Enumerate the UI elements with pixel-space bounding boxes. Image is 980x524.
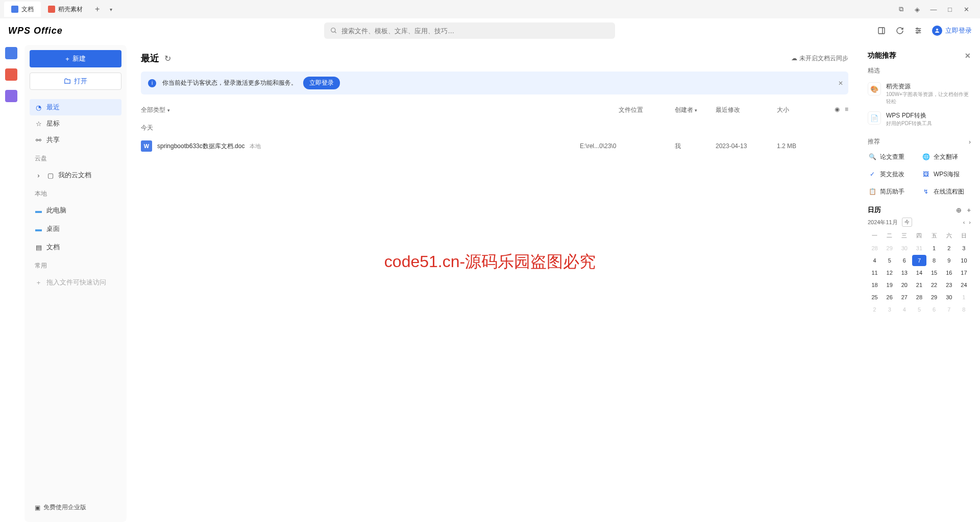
search-box[interactable] bbox=[324, 22, 615, 39]
sync-icon[interactable] bbox=[895, 26, 904, 35]
layout-icon[interactable] bbox=[877, 26, 886, 35]
calendar-day[interactable]: 4 bbox=[897, 304, 911, 315]
cube-icon[interactable]: ◈ bbox=[914, 6, 921, 13]
calendar-day[interactable]: 29 bbox=[883, 243, 896, 254]
calendar-day[interactable]: 6 bbox=[927, 304, 941, 315]
window-restore-icon[interactable]: ⧉ bbox=[897, 6, 904, 13]
calendar-day[interactable]: 21 bbox=[912, 279, 926, 291]
search-input[interactable] bbox=[341, 27, 609, 35]
tab-dropdown[interactable]: ▾ bbox=[105, 7, 117, 12]
tab-docs[interactable]: 文档 bbox=[4, 2, 41, 17]
leftbar-app-icon[interactable] bbox=[5, 90, 17, 102]
settings-icon[interactable] bbox=[914, 26, 923, 35]
calendar-day[interactable]: 7 bbox=[942, 304, 956, 315]
banner-close-icon[interactable]: ✕ bbox=[838, 80, 843, 87]
calendar-day[interactable]: 3 bbox=[957, 243, 971, 254]
tool-item[interactable]: 🔍论文查重 bbox=[868, 150, 917, 163]
calendar-day[interactable]: 17 bbox=[957, 267, 971, 278]
calendar-day[interactable]: 2 bbox=[942, 243, 956, 254]
calendar-day[interactable]: 5 bbox=[912, 304, 926, 315]
calendar-day[interactable]: 10 bbox=[957, 255, 971, 266]
tool-item[interactable]: 🌐全文翻译 bbox=[921, 150, 971, 163]
calendar-day[interactable]: 31 bbox=[912, 243, 926, 254]
tool-item[interactable]: ↯在线流程图 bbox=[921, 185, 971, 198]
calendar-day[interactable]: 24 bbox=[957, 279, 971, 291]
window-minimize-icon[interactable]: — bbox=[930, 6, 937, 13]
calendar-day[interactable]: 3 bbox=[883, 304, 896, 315]
leftbar bbox=[0, 43, 22, 524]
tab-new[interactable]: + bbox=[90, 5, 105, 14]
calendar-day[interactable]: 29 bbox=[927, 292, 941, 303]
sidebar-item-starred[interactable]: ☆ 星标 bbox=[30, 115, 121, 132]
cal-prev-icon[interactable]: ‹ bbox=[963, 219, 965, 225]
sidebar-item-thispc[interactable]: ▬ 此电脑 bbox=[30, 202, 121, 219]
sidebar-footer[interactable]: ▣ 免费使用企业版 bbox=[30, 498, 121, 517]
calendar-day[interactable]: 30 bbox=[942, 292, 956, 303]
calendar-day[interactable]: 23 bbox=[942, 279, 956, 291]
leftbar-dk-icon[interactable] bbox=[5, 68, 17, 81]
new-button[interactable]: + 新建 bbox=[30, 50, 121, 67]
calendar-day[interactable]: 18 bbox=[868, 279, 881, 291]
calendar-day[interactable]: 19 bbox=[883, 279, 896, 291]
file-row[interactable]: W springbootb633c数据库文档.doc 本地 E:\rel...0… bbox=[141, 136, 848, 156]
sidebar-item-desktop[interactable]: ▬ 桌面 bbox=[30, 221, 121, 237]
sidebar-item-docs[interactable]: ▤ 文档 bbox=[30, 239, 121, 255]
col-type[interactable]: 全部类型 ▾ bbox=[141, 106, 243, 114]
open-button[interactable]: 打开 bbox=[30, 73, 121, 90]
col-size[interactable]: 大小 bbox=[777, 106, 818, 114]
calendar-day[interactable]: 20 bbox=[897, 279, 911, 291]
filter-icon[interactable]: ≡ bbox=[845, 106, 848, 114]
tool-item[interactable]: 🖼WPS海报 bbox=[921, 168, 971, 181]
calendar-add-icon[interactable]: + bbox=[967, 206, 971, 214]
col-location[interactable]: 文件位置 bbox=[619, 106, 675, 114]
calendar-day[interactable]: 8 bbox=[927, 255, 941, 266]
tool-item[interactable]: 📋简历助手 bbox=[868, 185, 917, 198]
calendar-day[interactable]: 14 bbox=[912, 267, 926, 278]
calendar-day[interactable]: 22 bbox=[927, 279, 941, 291]
calendar-day[interactable]: 15 bbox=[927, 267, 941, 278]
sidebar-item-mycloud[interactable]: › ▢ 我的云文档 bbox=[30, 167, 121, 183]
leftbar-calendar-icon[interactable] bbox=[5, 47, 17, 59]
window-maximize-icon[interactable]: □ bbox=[946, 6, 953, 13]
chevron-right-icon[interactable]: › bbox=[969, 138, 971, 146]
calendar-expand-icon[interactable]: ⊕ bbox=[956, 206, 962, 214]
calendar-day[interactable]: 28 bbox=[912, 292, 926, 303]
calendar-day[interactable]: 6 bbox=[897, 255, 911, 266]
calendar-day[interactable]: 16 bbox=[942, 267, 956, 278]
login-button[interactable]: 立即登录 bbox=[932, 26, 972, 36]
today-button[interactable]: 今 bbox=[902, 218, 912, 227]
calendar-day[interactable]: 26 bbox=[883, 292, 896, 303]
sidebar-item-shared[interactable]: ⚯ 共享 bbox=[30, 132, 121, 148]
calendar-day[interactable]: 28 bbox=[868, 243, 881, 254]
refresh-icon[interactable]: ↻ bbox=[164, 54, 171, 63]
calendar-day[interactable]: 9 bbox=[942, 255, 956, 266]
col-modified[interactable]: 最近修改 bbox=[716, 106, 777, 114]
sidebar-item-recent[interactable]: ◔ 最近 bbox=[30, 99, 121, 115]
calendar-day[interactable]: 11 bbox=[868, 267, 881, 278]
close-icon[interactable]: ✕ bbox=[965, 52, 971, 60]
banner-login-button[interactable]: 立即登录 bbox=[303, 77, 340, 89]
window-close-icon[interactable]: ✕ bbox=[963, 6, 970, 13]
tab-dkz[interactable]: 稻壳素材 bbox=[41, 2, 90, 17]
calendar-day[interactable]: 30 bbox=[897, 243, 911, 254]
calendar-day[interactable]: 25 bbox=[868, 292, 881, 303]
calendar-day[interactable]: 12 bbox=[883, 267, 896, 278]
calendar-day[interactable]: 5 bbox=[883, 255, 896, 266]
calendar-day[interactable]: 2 bbox=[868, 304, 881, 315]
tool-item[interactable]: ✓英文批改 bbox=[868, 168, 917, 181]
sync-status[interactable]: ☁ 未开启文档云同步 bbox=[791, 54, 848, 63]
calendar-day[interactable]: 27 bbox=[897, 292, 911, 303]
calendar-day[interactable]: 1 bbox=[927, 243, 941, 254]
calendar-day[interactable]: 1 bbox=[957, 292, 971, 303]
cal-next-icon[interactable]: › bbox=[969, 219, 971, 225]
eye-icon[interactable]: ◉ bbox=[835, 106, 840, 114]
calendar-day[interactable]: 8 bbox=[957, 304, 971, 315]
featured-item-daoke[interactable]: 🎨 稻壳资源 100W+字图表等资源，让文档创作更轻松 bbox=[868, 79, 971, 108]
calendar-day[interactable]: 13 bbox=[897, 267, 911, 278]
calendar-day[interactable]: 4 bbox=[868, 255, 881, 266]
sidebar-item-draghint[interactable]: + 拖入文件可快速访问 bbox=[30, 274, 121, 291]
calendar-day[interactable]: 7 bbox=[912, 255, 926, 266]
col-creator[interactable]: 创建者 ▾ bbox=[675, 106, 716, 114]
featured-item-pdf[interactable]: 📄 WPS PDF转换 好用的PDF转换工具 bbox=[868, 108, 971, 130]
featured-heading: 精选 bbox=[868, 66, 971, 75]
